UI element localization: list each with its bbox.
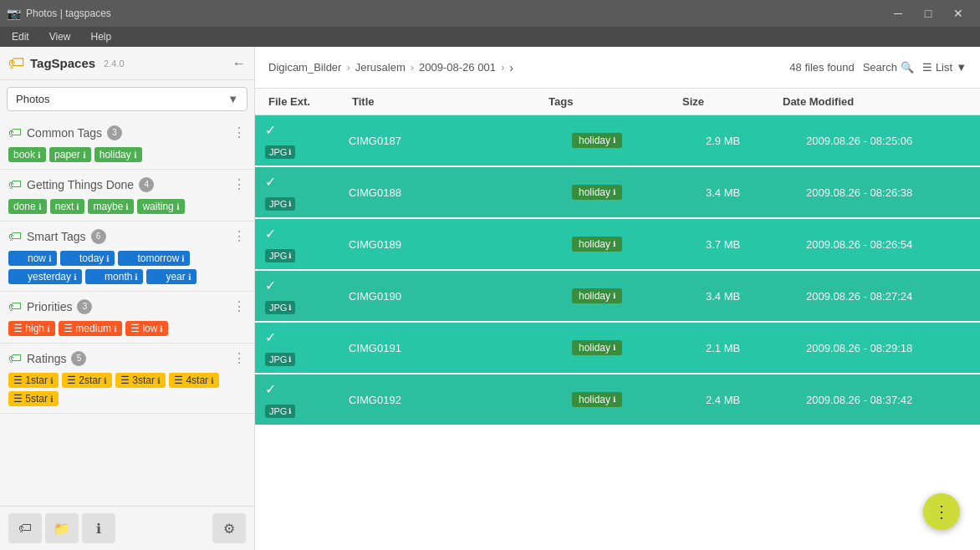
- sidebar-header: 🏷 TagSpaces 2.4.0 ←: [0, 47, 254, 80]
- back-button[interactable]: ←: [232, 56, 246, 71]
- file-tag[interactable]: holiday ℹ: [572, 392, 622, 407]
- ratings-count: 5: [71, 351, 86, 366]
- folder-view-button[interactable]: 📁: [45, 513, 79, 543]
- tag-group-icon-common: 🏷: [8, 125, 22, 140]
- file-size: 3.4 MB: [706, 186, 786, 199]
- file-tag[interactable]: holiday ℹ: [572, 288, 622, 303]
- priorities-title: Priorities: [27, 300, 72, 313]
- smart-tags-menu-button[interactable]: ⋮: [232, 228, 246, 244]
- ratings-menu-button[interactable]: ⋮: [232, 350, 246, 366]
- table-row[interactable]: ✓ JPG ℹ CIMG0189 holiday ℹ 3.7 MB 2009.0…: [255, 219, 980, 269]
- common-tags-menu-button[interactable]: ⋮: [232, 125, 246, 140]
- files-found-label: 48 files found: [789, 61, 854, 74]
- file-size: 3.7 MB: [706, 238, 786, 251]
- tag-1star[interactable]: ☰ 1star ℹ: [8, 373, 59, 388]
- breadcrumb: Digicam_Bilder › Jerusalem › 2009-08-26 …: [268, 61, 513, 74]
- table-row[interactable]: ✓ JPG ℹ CIMG0188 holiday ℹ 3.4 MB 2009.0…: [255, 167, 980, 217]
- check-icon[interactable]: ✓: [265, 329, 329, 345]
- tag-4star[interactable]: ☰ 4star ℹ: [169, 373, 219, 388]
- file-list-header: File Ext. Title Tags Size Date Modified: [255, 89, 980, 115]
- file-tag[interactable]: holiday ℹ: [572, 133, 622, 148]
- tag-tomorrow[interactable]: 👤tomorrow ℹ: [118, 251, 190, 266]
- breadcrumb-date[interactable]: 2009-08-26 001: [419, 61, 496, 74]
- tag-section-header-smart: 🏷 Smart Tags 6 ⋮: [8, 228, 246, 244]
- close-button[interactable]: ✕: [943, 0, 973, 27]
- common-tags-title: Common Tags: [27, 126, 102, 140]
- tag-2star[interactable]: ☰ 2star ℹ: [62, 373, 112, 388]
- file-ext-cell: ✓ JPG ℹ: [255, 167, 339, 217]
- chevron-down-icon: ▼: [227, 93, 238, 105]
- tag-holiday[interactable]: holiday ℹ: [94, 147, 142, 162]
- tag-month[interactable]: 👤month ℹ: [85, 269, 143, 284]
- breadcrumb-sep-3: ›: [501, 61, 504, 74]
- menu-help[interactable]: Help: [85, 29, 116, 44]
- maximize-button[interactable]: □: [913, 0, 943, 27]
- priorities-count: 3: [77, 299, 92, 314]
- tag-waiting[interactable]: waiting ℹ: [137, 199, 184, 214]
- file-tags-cell: holiday ℹ: [562, 167, 696, 217]
- breadcrumb-digicam[interactable]: Digicam_Bilder: [268, 61, 341, 74]
- check-icon[interactable]: ✓: [265, 278, 329, 293]
- file-date-cell: 2009.08.26 - 08:37:42: [796, 374, 980, 425]
- table-row[interactable]: ✓ JPG ℹ CIMG0192 holiday ℹ 2.4 MB 2009.0…: [255, 374, 980, 425]
- tag-low[interactable]: ☰ low ℹ: [125, 321, 168, 336]
- col-title: Title: [352, 95, 549, 108]
- breadcrumb-expand-button[interactable]: ›: [509, 61, 513, 74]
- tag-medium[interactable]: ☰ medium ℹ: [59, 321, 122, 336]
- tag-today[interactable]: 👤today ℹ: [60, 251, 115, 266]
- tag-year[interactable]: 👤year ℹ: [146, 269, 196, 284]
- tag-next[interactable]: next ℹ: [50, 199, 85, 214]
- tag-3star[interactable]: ☰ 3star ℹ: [115, 373, 166, 388]
- file-date-cell: 2009.08.26 - 08:25:06: [796, 115, 980, 166]
- app-title: Photos | tagspaces: [26, 8, 111, 19]
- tag-section-header-priorities: 🏷 Priorities 3 ⋮: [8, 298, 246, 314]
- minimize-button[interactable]: ─: [883, 0, 913, 27]
- table-row[interactable]: ✓ JPG ℹ CIMG0190 holiday ℹ 3.4 MB 2009.0…: [255, 271, 980, 321]
- tag-high[interactable]: ☰ high ℹ: [8, 321, 55, 336]
- table-row[interactable]: ✓ JPG ℹ CIMG0187 holiday ℹ 2.9 MB 2009.0…: [255, 115, 980, 166]
- check-icon[interactable]: ✓: [265, 122, 329, 138]
- priorities-menu-button[interactable]: ⋮: [232, 298, 246, 314]
- ext-badge: JPG ℹ: [265, 249, 295, 262]
- tag-book[interactable]: book ℹ: [8, 147, 46, 162]
- check-icon[interactable]: ✓: [265, 174, 329, 190]
- file-date: 2009.08.26 - 08:26:38: [806, 186, 970, 199]
- breadcrumb-jerusalem[interactable]: Jerusalem: [355, 61, 406, 74]
- table-row[interactable]: ✓ JPG ℹ CIMG0191 holiday ℹ 2.1 MB 2009.0…: [255, 323, 980, 373]
- folder-selector[interactable]: Photos ▼: [7, 87, 248, 111]
- tag-done[interactable]: done ℹ: [8, 199, 47, 214]
- gtd-menu-button[interactable]: ⋮: [232, 176, 246, 192]
- tag-maybe[interactable]: maybe ℹ: [88, 199, 134, 214]
- tags-view-button[interactable]: 🏷: [8, 513, 42, 543]
- smart-tags-count: 6: [91, 229, 106, 244]
- file-title: CIMG0187: [349, 135, 552, 147]
- tag-yesterday[interactable]: 👤yesterday ℹ: [8, 269, 82, 284]
- common-tags-count: 3: [107, 125, 122, 140]
- file-tag[interactable]: holiday ℹ: [572, 185, 622, 200]
- menu-edit[interactable]: Edit: [7, 29, 34, 44]
- tag-5star[interactable]: ☰ 5star ℹ: [8, 391, 59, 406]
- ext-badge: JPG ℹ: [265, 145, 295, 159]
- file-ext-cell: ✓ JPG ℹ: [255, 115, 339, 166]
- file-size: 2.4 MB: [706, 394, 786, 406]
- menu-view[interactable]: View: [44, 29, 76, 44]
- file-title-cell: CIMG0188: [339, 167, 562, 217]
- fab-button[interactable]: ⋮: [923, 493, 960, 530]
- file-rows-container: ✓ JPG ℹ CIMG0187 holiday ℹ 2.9 MB 2009.0…: [255, 115, 980, 425]
- file-tag[interactable]: holiday ℹ: [572, 340, 622, 355]
- tag-paper[interactable]: paper ℹ: [49, 147, 91, 162]
- tag-group-icon-priorities: 🏷: [8, 299, 22, 314]
- file-tag[interactable]: holiday ℹ: [572, 237, 622, 252]
- file-title: CIMG0190: [349, 290, 552, 303]
- col-date: Date Modified: [783, 95, 967, 108]
- footer-btn-group: 🏷 📁 ℹ: [8, 513, 115, 543]
- list-view-button[interactable]: ☰ List ▼: [922, 61, 967, 74]
- search-icon[interactable]: 🔍: [901, 61, 914, 74]
- info-button[interactable]: ℹ: [82, 513, 115, 543]
- settings-button[interactable]: ⚙: [212, 513, 246, 543]
- tag-group-icon-gtd: 🏷: [8, 177, 22, 192]
- search-area: Search 🔍: [863, 61, 914, 74]
- check-icon[interactable]: ✓: [265, 381, 329, 397]
- check-icon[interactable]: ✓: [265, 226, 329, 242]
- tag-now[interactable]: 👤now ℹ: [8, 251, 57, 266]
